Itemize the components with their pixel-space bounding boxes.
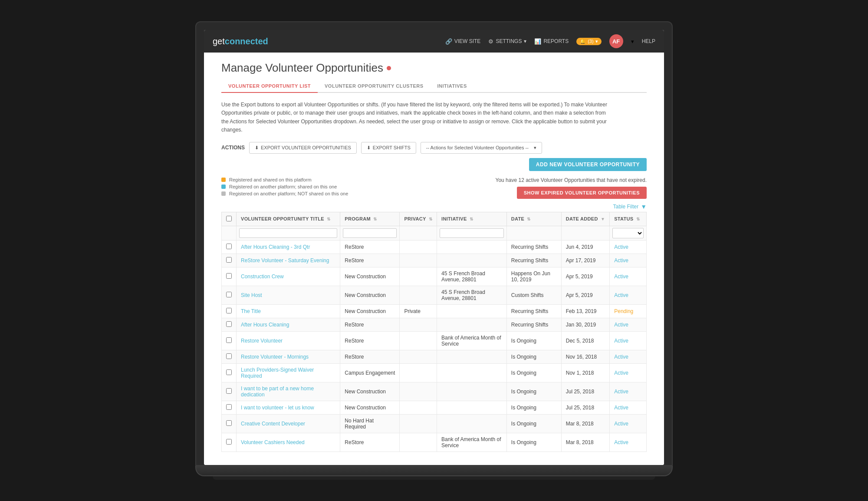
show-expired-button[interactable]: SHOW EXPIRED VOLUNTEER OPPORTUNITIES [517, 187, 647, 199]
row-privacy [400, 267, 437, 286]
row-title-link[interactable]: After Hours Cleaning - 3rd Qtr [241, 244, 310, 250]
row-program: Campus Engagement [340, 363, 400, 382]
filter-initiative-input[interactable] [440, 228, 504, 238]
row-title-link[interactable]: Restore Volunteer - Mornings [241, 354, 309, 360]
filter-program-input[interactable] [343, 228, 397, 238]
row-title-link[interactable]: The Title [241, 308, 261, 314]
table-filter-link[interactable]: Table Filter [613, 204, 638, 210]
row-privacy [400, 331, 437, 350]
row-checkbox[interactable] [226, 321, 232, 327]
row-checkbox[interactable] [226, 439, 232, 445]
row-initiative [437, 382, 507, 401]
notifications-chevron-icon: ▾ [595, 39, 598, 44]
reports-nav[interactable]: 📊 REPORTS [534, 38, 569, 45]
row-status: Active [610, 433, 647, 452]
nav-separator: ▾ [631, 38, 634, 45]
row-status: Active [610, 414, 647, 433]
header-program[interactable]: Program ⇅ [340, 212, 400, 226]
filter-title-input[interactable] [239, 228, 337, 238]
filter-status-select[interactable]: Active Pending Expired [612, 228, 644, 238]
row-date: Custom Shifts [506, 286, 561, 304]
row-title-link[interactable]: Lunch Providers-Signed Waiver Required [241, 367, 314, 379]
status-badge: Active [614, 244, 628, 250]
row-checkbox[interactable] [226, 388, 232, 394]
row-title-link[interactable]: I want to volunteer - let us know [241, 405, 314, 411]
avatar-button[interactable]: AF [609, 34, 623, 48]
row-title-link[interactable]: Construction Crew [241, 274, 284, 280]
row-title-link[interactable]: ReStore Volunteer - Saturday Evening [241, 257, 329, 264]
header-privacy[interactable]: Privacy ⇅ [400, 212, 437, 226]
row-privacy [400, 318, 437, 331]
header-initiative[interactable]: Initiative ⇅ [437, 212, 507, 226]
header-status[interactable]: Status ⇅ [610, 212, 647, 226]
help-label: HELP [642, 38, 655, 44]
row-initiative [437, 363, 507, 382]
header-date[interactable]: Date ⇅ [506, 212, 561, 226]
row-title: Restore Volunteer [237, 331, 340, 350]
row-checkbox[interactable] [226, 292, 232, 297]
row-title: After Hours Cleaning [237, 318, 340, 331]
select-all-checkbox[interactable] [226, 216, 232, 221]
initiative-sort-icon: ⇅ [470, 217, 473, 221]
legend: Registered and shared on this platform R… [221, 177, 348, 196]
row-title-link[interactable]: I want to be part of a new home dedicati… [241, 386, 314, 398]
tab-volunteer-opportunity-list[interactable]: Volunteer Opportunity List [221, 80, 318, 93]
row-checkbox[interactable] [226, 353, 232, 359]
row-initiative [437, 318, 507, 331]
row-checkbox[interactable] [226, 244, 232, 249]
notifications-btn[interactable]: 🔔 (3) ▾ [576, 38, 601, 45]
avatar-initials: AF [612, 38, 620, 45]
settings-nav[interactable]: ⚙ SETTINGS ▾ [488, 38, 526, 45]
table-row: Restore Volunteer - Mornings ReStore Is … [222, 350, 647, 363]
row-program: ReStore [340, 240, 400, 254]
actions-bar: ACTIONS ⬇ EXPORT VOLUNTEER OPPORTUNITIES… [221, 142, 647, 171]
row-status: Active [610, 267, 647, 286]
header-date-added[interactable]: Date Added ▼ [561, 212, 609, 226]
row-checkbox-cell [222, 350, 237, 363]
row-date: Recurring Shifts [506, 318, 561, 331]
actions-dropdown-button[interactable]: -- Actions for Selected Volunteer Opport… [421, 142, 542, 154]
tab-volunteer-opportunity-clusters[interactable]: Volunteer Opportunity Clusters [318, 80, 430, 93]
view-site-nav[interactable]: 🔗 VIEW SITE [445, 38, 481, 45]
row-checkbox[interactable] [226, 337, 232, 343]
row-title: Site Host [237, 286, 340, 304]
status-badge: Active [614, 292, 628, 298]
row-privacy [400, 350, 437, 363]
screen: getconnected 🔗 VIEW SITE ⚙ SETTINGS ▾ 📊 … [204, 30, 664, 465]
table-row: Restore Volunteer ReStore Bank of Americ… [222, 331, 647, 350]
row-checkbox-cell [222, 254, 237, 267]
add-new-volunteer-opp-button[interactable]: ADD NEW VOLUNTEER OPPORTUNITY [529, 158, 647, 171]
tab-initiatives[interactable]: Initiatives [431, 80, 474, 93]
row-program: New Construction [340, 382, 400, 401]
dropdown-chevron-icon: ▾ [534, 145, 536, 151]
header-title[interactable]: Volunteer Opportunity Title ⇅ [237, 212, 340, 226]
row-status: Active [610, 240, 647, 254]
row-checkbox[interactable] [226, 420, 232, 426]
legend-dot-gray [221, 191, 226, 196]
row-title: Construction Crew [237, 267, 340, 286]
volunteer-opps-table: Volunteer Opportunity Title ⇅ Program ⇅ … [221, 212, 647, 452]
row-title: ReStore Volunteer - Saturday Evening [237, 254, 340, 267]
row-checkbox[interactable] [226, 369, 232, 375]
legend-dot-blue [221, 185, 226, 189]
legend-item-3: Registered on another platform; NOT shar… [221, 191, 348, 196]
export-volunteer-opps-button[interactable]: ⬇ EXPORT VOLUNTEER OPPORTUNITIES [249, 142, 357, 154]
table-filter-row: Active Pending Expired [222, 226, 647, 240]
row-checkbox[interactable] [226, 404, 232, 410]
row-checkbox[interactable] [226, 273, 232, 279]
row-title-link[interactable]: Creative Content Developer [241, 421, 305, 427]
row-title-link[interactable]: Volunteer Cashiers Needed [241, 439, 305, 445]
row-program: No Hard Hat Required [340, 414, 400, 433]
row-title-link[interactable]: Restore Volunteer [241, 338, 283, 344]
row-checkbox[interactable] [226, 308, 232, 313]
export-shifts-button[interactable]: ⬇ EXPORT SHIFTS [361, 142, 416, 154]
help-nav[interactable]: HELP [642, 38, 655, 44]
row-checkbox[interactable] [226, 257, 232, 263]
table-row: Creative Content Developer No Hard Hat R… [222, 414, 647, 433]
settings-icon: ⚙ [488, 38, 493, 45]
row-date-added: Nov 16, 2018 [561, 350, 609, 363]
row-date-added: Dec 5, 2018 [561, 331, 609, 350]
row-title-link[interactable]: Site Host [241, 292, 262, 298]
row-status: Active [610, 331, 647, 350]
row-title-link[interactable]: After Hours Cleaning [241, 322, 289, 328]
